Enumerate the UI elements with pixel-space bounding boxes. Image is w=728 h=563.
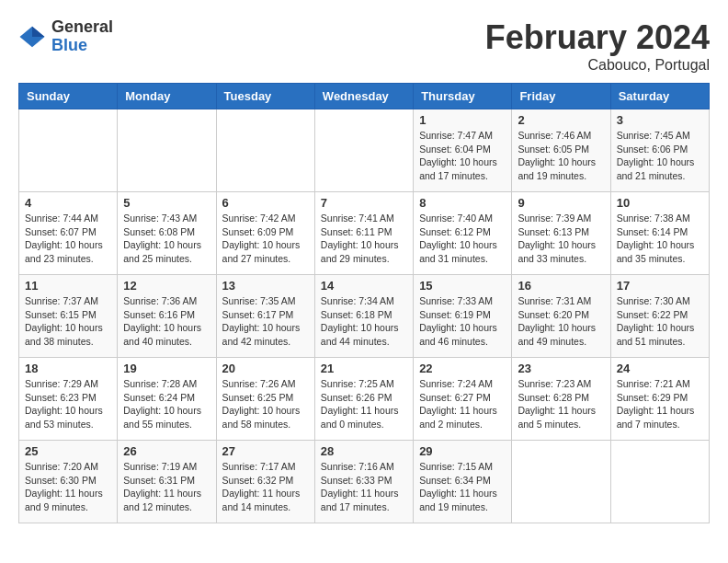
calendar-cell: 22Sunrise: 7:24 AM Sunset: 6:27 PM Dayli… xyxy=(414,358,512,441)
header: General Blue February 2024 Cabouco, Port… xyxy=(18,18,710,74)
day-number: 29 xyxy=(419,444,506,458)
calendar-table: SundayMondayTuesdayWednesdayThursdayFrid… xyxy=(18,83,710,523)
calendar-cell: 19Sunrise: 7:28 AM Sunset: 6:24 PM Dayli… xyxy=(118,358,216,441)
calendar-cell: 29Sunrise: 7:15 AM Sunset: 6:34 PM Dayli… xyxy=(414,441,512,523)
day-info: Sunrise: 7:28 AM Sunset: 6:24 PM Dayligh… xyxy=(123,377,210,431)
calendar-cell: 4Sunrise: 7:44 AM Sunset: 6:07 PM Daylig… xyxy=(19,192,118,275)
day-info: Sunrise: 7:39 AM Sunset: 6:13 PM Dayligh… xyxy=(518,212,604,266)
calendar-cell xyxy=(19,109,118,192)
day-number: 27 xyxy=(222,444,309,458)
calendar-cell: 15Sunrise: 7:33 AM Sunset: 6:19 PM Dayli… xyxy=(414,275,512,358)
day-info: Sunrise: 7:42 AM Sunset: 6:09 PM Dayligh… xyxy=(222,212,309,266)
calendar-cell xyxy=(314,109,413,192)
day-number: 11 xyxy=(25,279,111,293)
calendar-week-row: 25Sunrise: 7:20 AM Sunset: 6:30 PM Dayli… xyxy=(19,441,710,523)
day-header: Sunday xyxy=(19,84,118,109)
day-info: Sunrise: 7:24 AM Sunset: 6:27 PM Dayligh… xyxy=(419,377,506,431)
day-info: Sunrise: 7:34 AM Sunset: 6:18 PM Dayligh… xyxy=(321,294,407,349)
calendar-cell: 10Sunrise: 7:38 AM Sunset: 6:14 PM Dayli… xyxy=(610,192,709,275)
calendar-cell: 12Sunrise: 7:36 AM Sunset: 6:16 PM Dayli… xyxy=(118,275,216,358)
day-info: Sunrise: 7:31 AM Sunset: 6:20 PM Dayligh… xyxy=(518,294,604,349)
day-info: Sunrise: 7:44 AM Sunset: 6:07 PM Dayligh… xyxy=(25,212,111,266)
calendar-cell: 17Sunrise: 7:30 AM Sunset: 6:22 PM Dayli… xyxy=(610,275,709,358)
day-info: Sunrise: 7:15 AM Sunset: 6:34 PM Dayligh… xyxy=(419,460,506,514)
day-number: 16 xyxy=(518,279,604,293)
day-number: 5 xyxy=(123,196,210,210)
day-number: 9 xyxy=(518,196,604,210)
day-number: 24 xyxy=(617,362,703,375)
calendar-cell: 2Sunrise: 7:46 AM Sunset: 6:05 PM Daylig… xyxy=(512,109,610,192)
day-info: Sunrise: 7:17 AM Sunset: 6:32 PM Dayligh… xyxy=(222,460,309,514)
day-number: 8 xyxy=(419,196,506,210)
logo-blue-text: Blue xyxy=(51,37,113,55)
calendar-week-row: 4Sunrise: 7:44 AM Sunset: 6:07 PM Daylig… xyxy=(19,192,710,275)
calendar-cell: 23Sunrise: 7:23 AM Sunset: 6:28 PM Dayli… xyxy=(512,358,610,441)
logo-icon xyxy=(18,23,46,51)
day-info: Sunrise: 7:40 AM Sunset: 6:12 PM Dayligh… xyxy=(419,212,506,266)
calendar-cell: 21Sunrise: 7:25 AM Sunset: 6:26 PM Dayli… xyxy=(314,358,413,441)
calendar-week-row: 11Sunrise: 7:37 AM Sunset: 6:15 PM Dayli… xyxy=(19,275,710,358)
day-number: 20 xyxy=(222,362,309,375)
day-number: 23 xyxy=(518,362,604,375)
calendar-cell: 24Sunrise: 7:21 AM Sunset: 6:29 PM Dayli… xyxy=(610,358,709,441)
day-number: 15 xyxy=(419,279,506,293)
calendar-cell: 14Sunrise: 7:34 AM Sunset: 6:18 PM Dayli… xyxy=(314,275,413,358)
day-number: 25 xyxy=(25,444,111,458)
calendar-cell: 16Sunrise: 7:31 AM Sunset: 6:20 PM Dayli… xyxy=(512,275,610,358)
calendar-cell: 18Sunrise: 7:29 AM Sunset: 6:23 PM Dayli… xyxy=(19,358,118,441)
day-header: Saturday xyxy=(610,84,709,109)
day-info: Sunrise: 7:29 AM Sunset: 6:23 PM Dayligh… xyxy=(25,377,111,431)
day-info: Sunrise: 7:43 AM Sunset: 6:08 PM Dayligh… xyxy=(123,212,210,266)
day-info: Sunrise: 7:30 AM Sunset: 6:22 PM Dayligh… xyxy=(617,294,703,349)
calendar-cell: 20Sunrise: 7:26 AM Sunset: 6:25 PM Dayli… xyxy=(216,358,314,441)
calendar-cell: 6Sunrise: 7:42 AM Sunset: 6:09 PM Daylig… xyxy=(216,192,314,275)
calendar-cell: 28Sunrise: 7:16 AM Sunset: 6:33 PM Dayli… xyxy=(314,441,413,523)
day-number: 10 xyxy=(617,196,703,210)
day-info: Sunrise: 7:25 AM Sunset: 6:26 PM Dayligh… xyxy=(321,377,407,431)
title-area: February 2024 Cabouco, Portugal xyxy=(485,18,710,74)
day-header: Monday xyxy=(118,84,216,109)
calendar-cell: 5Sunrise: 7:43 AM Sunset: 6:08 PM Daylig… xyxy=(118,192,216,275)
day-number: 6 xyxy=(222,196,309,210)
day-info: Sunrise: 7:33 AM Sunset: 6:19 PM Dayligh… xyxy=(419,294,506,349)
day-number: 19 xyxy=(123,362,210,375)
calendar-cell: 9Sunrise: 7:39 AM Sunset: 6:13 PM Daylig… xyxy=(512,192,610,275)
day-header: Thursday xyxy=(414,84,512,109)
calendar-header-row: SundayMondayTuesdayWednesdayThursdayFrid… xyxy=(19,84,710,109)
calendar-cell: 13Sunrise: 7:35 AM Sunset: 6:17 PM Dayli… xyxy=(216,275,314,358)
day-number: 4 xyxy=(25,196,111,210)
logo: General Blue xyxy=(18,18,113,55)
calendar-cell: 27Sunrise: 7:17 AM Sunset: 6:32 PM Dayli… xyxy=(216,441,314,523)
calendar-cell: 1Sunrise: 7:47 AM Sunset: 6:04 PM Daylig… xyxy=(414,109,512,192)
calendar-week-row: 1Sunrise: 7:47 AM Sunset: 6:04 PM Daylig… xyxy=(19,109,710,192)
day-number: 14 xyxy=(321,279,407,293)
calendar-week-row: 18Sunrise: 7:29 AM Sunset: 6:23 PM Dayli… xyxy=(19,358,710,441)
day-info: Sunrise: 7:47 AM Sunset: 6:04 PM Dayligh… xyxy=(419,129,506,183)
month-title: February 2024 xyxy=(485,18,710,57)
day-number: 12 xyxy=(123,279,210,293)
day-info: Sunrise: 7:37 AM Sunset: 6:15 PM Dayligh… xyxy=(25,294,111,349)
day-info: Sunrise: 7:36 AM Sunset: 6:16 PM Dayligh… xyxy=(123,294,210,349)
day-number: 3 xyxy=(617,113,703,127)
day-number: 1 xyxy=(419,113,506,127)
day-number: 28 xyxy=(321,444,407,458)
calendar-cell: 8Sunrise: 7:40 AM Sunset: 6:12 PM Daylig… xyxy=(414,192,512,275)
logo-text: General Blue xyxy=(51,18,113,55)
day-header: Friday xyxy=(512,84,610,109)
day-number: 21 xyxy=(321,362,407,375)
day-number: 7 xyxy=(321,196,407,210)
calendar-cell: 11Sunrise: 7:37 AM Sunset: 6:15 PM Dayli… xyxy=(19,275,118,358)
day-info: Sunrise: 7:26 AM Sunset: 6:25 PM Dayligh… xyxy=(222,377,309,431)
day-info: Sunrise: 7:45 AM Sunset: 6:06 PM Dayligh… xyxy=(617,129,703,183)
calendar-cell xyxy=(512,441,610,523)
day-info: Sunrise: 7:23 AM Sunset: 6:28 PM Dayligh… xyxy=(518,377,604,431)
location: Cabouco, Portugal xyxy=(485,57,710,74)
day-info: Sunrise: 7:20 AM Sunset: 6:30 PM Dayligh… xyxy=(25,460,111,514)
calendar-cell: 26Sunrise: 7:19 AM Sunset: 6:31 PM Dayli… xyxy=(118,441,216,523)
calendar-cell xyxy=(610,441,709,523)
day-number: 2 xyxy=(518,113,604,127)
day-number: 18 xyxy=(25,362,111,375)
svg-marker-1 xyxy=(32,27,45,37)
calendar-body: 1Sunrise: 7:47 AM Sunset: 6:04 PM Daylig… xyxy=(19,109,710,523)
day-number: 26 xyxy=(123,444,210,458)
